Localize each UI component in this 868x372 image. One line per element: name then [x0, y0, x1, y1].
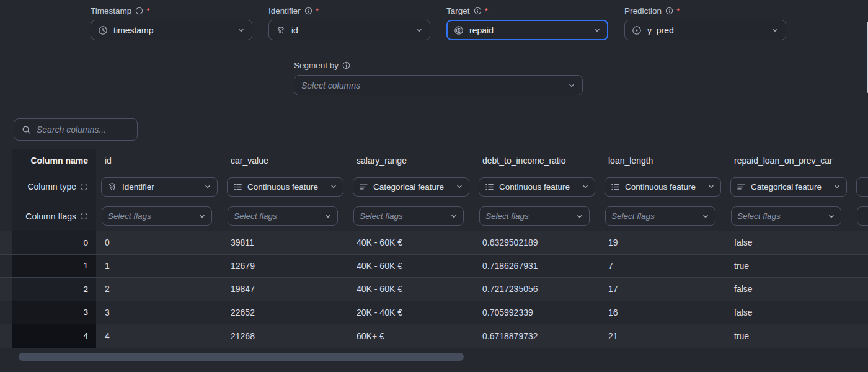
chevron-down-icon	[450, 213, 458, 220]
cell-id: 1	[96, 261, 222, 271]
column-flags-select-id[interactable]: Select flags	[102, 206, 212, 226]
row-index: 4	[12, 324, 96, 348]
segment-by-label: Segment by	[294, 61, 583, 70]
column-flags-select-loan_length[interactable]: Select flags	[605, 206, 715, 226]
chevron-down-icon	[204, 183, 211, 190]
required-asterisk: *	[316, 8, 319, 14]
list-ordered-icon	[233, 182, 242, 192]
cell-debt_to_income_ratio: 0.6329502189	[474, 237, 600, 247]
column-type-row-label: Column type	[27, 182, 76, 192]
table-row: 332265220K - 40K €0.70599233916false	[0, 301, 868, 325]
column-type-select-repaid_loan_on_prev_car[interactable]: Categorical feature	[730, 177, 847, 197]
cell-repaid_loan_on_prev_car: true	[725, 261, 851, 271]
cell-car_value: 21268	[222, 331, 348, 341]
required-asterisk: *	[676, 8, 680, 14]
timestamp-select[interactable]: timestamp	[91, 20, 252, 40]
chevron-down-icon	[707, 183, 715, 190]
target-label-text: Target	[446, 6, 470, 16]
cell-car_value: 22652	[222, 308, 348, 317]
chevron-down-icon	[568, 82, 575, 89]
cell-car_value: 12679	[222, 261, 348, 271]
column-flags-select-overflow[interactable]	[857, 206, 868, 226]
prediction-select[interactable]: y_pred	[624, 20, 786, 40]
column-type-value: Categorical feature	[751, 182, 828, 192]
chevron-down-icon	[828, 213, 835, 220]
cell-salary_range: 40K - 60K €	[348, 237, 474, 247]
list-ordered-icon	[611, 182, 620, 192]
identifier-label-text: Identifier	[268, 6, 301, 16]
info-icon	[665, 7, 673, 15]
column-type-cell: Continuous feature	[474, 177, 600, 197]
column-flags-select-car_value[interactable]: Select flags	[228, 206, 338, 226]
column-flags-row: Column flags Select flagsSelect flagsSel…	[0, 202, 868, 231]
column-type-select-loan_length[interactable]: Continuous feature	[604, 177, 721, 197]
cell-loan_length: 19	[600, 237, 725, 247]
chevron-down-icon	[415, 27, 423, 34]
column-type-select-overflow-cell	[851, 177, 868, 197]
column-flags-cell: Select flags	[725, 206, 851, 226]
cell-loan_length: 16	[600, 308, 725, 317]
column-type-select-overflow[interactable]	[856, 177, 868, 197]
chevron-down-icon	[198, 213, 206, 220]
info-icon	[80, 183, 88, 191]
cell-id: 0	[96, 237, 222, 247]
column-type-select-id[interactable]: Identifier	[101, 177, 218, 197]
column-type-select-car_value[interactable]: Continuous feature	[227, 177, 343, 197]
column-flags-cell: Select flags	[600, 206, 725, 226]
horizontal-scrollbar[interactable]	[19, 353, 464, 361]
column-flags-row-label: Column flags	[25, 211, 76, 221]
cell-debt_to_income_ratio: 0.7186267931	[474, 261, 600, 271]
column-flags-cell: Select flags	[96, 206, 222, 226]
column-flags-select-debt_to_income_ratio[interactable]: Select flags	[479, 206, 590, 226]
cell-debt_to_income_ratio: 0.705992339	[474, 308, 600, 317]
chevron-down-icon	[576, 213, 583, 220]
cell-car_value: 39811	[222, 237, 348, 247]
target-select[interactable]: repaid	[446, 20, 608, 40]
columns-table: Column name idcar_valuesalary_rangedebt_…	[0, 149, 868, 348]
cell-id: 2	[96, 284, 222, 294]
column-type-cell: Continuous feature	[600, 177, 725, 197]
target-field: Target*repaid	[446, 6, 608, 40]
chevron-down-icon	[456, 183, 463, 190]
column-header-car_value: car_value	[222, 156, 348, 166]
info-icon	[80, 212, 88, 220]
row-index: 0	[12, 231, 96, 254]
cell-id: 4	[96, 331, 222, 341]
target-select-value: repaid	[469, 25, 588, 35]
table-row: 003981140K - 60K €0.632950218919false	[0, 231, 868, 255]
row-index: 1	[12, 255, 96, 278]
cell-loan_length: 21	[600, 331, 725, 341]
column-name-row: Column name idcar_valuesalary_rangedebt_…	[0, 149, 868, 172]
prediction-icon	[632, 25, 642, 35]
timestamp-label: Timestamp*	[91, 6, 252, 16]
table-row: 442126860K+ €0.671887973221true	[0, 324, 868, 348]
column-type-value: Continuous feature	[247, 182, 325, 192]
column-type-cell: Identifier	[96, 177, 222, 197]
column-type-row-header: Column type	[12, 172, 96, 201]
search-columns-input[interactable]: Search columns...	[14, 118, 138, 141]
identifier-select-value: id	[291, 25, 410, 35]
cell-salary_range: 40K - 60K €	[348, 261, 474, 271]
column-type-select-salary_range[interactable]: Categorical feature	[353, 177, 469, 197]
chevron-down-icon	[582, 183, 589, 190]
column-type-value: Continuous feature	[625, 182, 702, 192]
table-row: 111267940K - 60K €0.71862679317true	[0, 255, 868, 278]
chevron-down-icon	[237, 27, 245, 34]
column-flags-placeholder: Select flags	[234, 211, 319, 221]
prediction-label-text: Prediction	[624, 6, 662, 16]
search-placeholder: Search columns...	[37, 125, 106, 135]
column-flags-select-repaid_loan_on_prev_car[interactable]: Select flags	[731, 206, 841, 226]
column-mapping-form: Timestamp*timestampIdentifier*idTarget*r…	[91, 6, 786, 40]
identifier-select[interactable]: id	[268, 20, 430, 40]
chevron-down-icon	[324, 213, 332, 220]
chevron-down-icon	[771, 27, 779, 34]
segment-by-select[interactable]: Select columns	[294, 75, 583, 95]
column-type-select-debt_to_income_ratio[interactable]: Continuous feature	[479, 177, 595, 197]
column-flags-select-salary_range[interactable]: Select flags	[353, 206, 464, 226]
column-flags-placeholder: Select flags	[737, 211, 823, 221]
fingerprint-icon	[107, 182, 117, 192]
row-index: 3	[12, 301, 96, 324]
cell-salary_range: 20K - 40K €	[348, 308, 474, 317]
chevron-down-icon	[593, 27, 601, 34]
cell-loan_length: 7	[600, 261, 725, 271]
